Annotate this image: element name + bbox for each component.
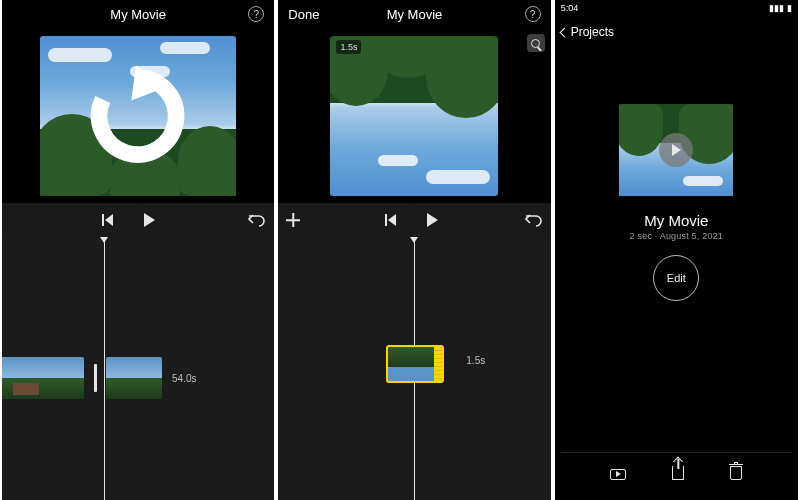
preview-frame bbox=[40, 36, 236, 196]
done-button[interactable]: Done bbox=[288, 7, 319, 22]
back-button[interactable]: Projects bbox=[561, 25, 614, 39]
preview-frame: 1.5s bbox=[330, 36, 498, 196]
rotate-icon[interactable] bbox=[83, 61, 193, 171]
video-preview[interactable]: 1.5s bbox=[278, 28, 550, 203]
playback-controls bbox=[2, 203, 274, 237]
transition-icon[interactable] bbox=[88, 357, 102, 399]
project-title: My Movie bbox=[2, 7, 274, 22]
chevron-left-icon bbox=[559, 28, 569, 38]
status-time: 5:04 bbox=[561, 3, 579, 17]
edit-button[interactable]: Edit bbox=[653, 255, 699, 301]
help-icon[interactable]: ? bbox=[525, 6, 541, 22]
clip-duration: 54.0s bbox=[172, 373, 196, 384]
project-meta: 2 sec · August 5, 2021 bbox=[630, 231, 723, 241]
projects-panel: 5:04 ▮▮▮ ▮ Projects My Movie 2 sec · Aug… bbox=[555, 0, 798, 500]
video-preview[interactable] bbox=[2, 28, 274, 203]
status-icons: ▮▮▮ ▮ bbox=[769, 3, 792, 17]
selected-clip[interactable] bbox=[386, 345, 444, 383]
zoom-icon[interactable] bbox=[527, 34, 545, 52]
timeline-clip[interactable] bbox=[106, 357, 162, 399]
svg-rect-0 bbox=[102, 214, 104, 226]
editor-panel-rotate: My Movie ? bbox=[2, 0, 274, 500]
clip-duration: 1.5s bbox=[466, 355, 485, 366]
project-title: My Movie bbox=[644, 212, 708, 229]
editor-topbar: My Movie ? bbox=[2, 0, 274, 28]
add-media-icon[interactable] bbox=[286, 213, 300, 227]
share-icon[interactable] bbox=[672, 466, 684, 484]
skip-back-icon[interactable] bbox=[384, 213, 398, 227]
duration-badge: 1.5s bbox=[336, 40, 361, 54]
nav-bar: Projects bbox=[555, 20, 798, 44]
timeline-clip[interactable] bbox=[2, 357, 84, 399]
svg-rect-1 bbox=[385, 214, 387, 226]
project-actions bbox=[561, 452, 792, 496]
timeline[interactable]: 1.5s bbox=[278, 237, 550, 500]
play-icon[interactable] bbox=[424, 212, 440, 228]
play-project-icon[interactable] bbox=[610, 466, 626, 484]
editor-panel-flipped: Done My Movie ? 1.5s bbox=[278, 0, 550, 500]
editor-topbar: Done My Movie ? bbox=[278, 0, 550, 28]
play-icon[interactable] bbox=[141, 212, 157, 228]
trash-icon[interactable] bbox=[730, 466, 742, 484]
help-icon[interactable]: ? bbox=[248, 6, 264, 22]
timeline[interactable]: 54.0s bbox=[2, 237, 274, 500]
project-thumbnail[interactable] bbox=[601, 104, 751, 196]
playback-controls bbox=[278, 203, 550, 237]
status-bar: 5:04 ▮▮▮ ▮ bbox=[555, 0, 798, 20]
undo-icon[interactable] bbox=[248, 213, 266, 227]
skip-back-icon[interactable] bbox=[101, 213, 115, 227]
undo-icon[interactable] bbox=[525, 213, 543, 227]
